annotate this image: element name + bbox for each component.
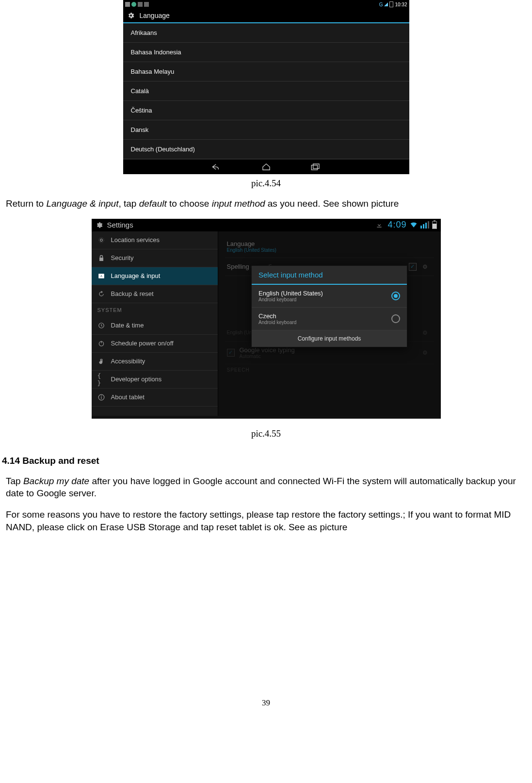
text: to choose: [167, 198, 212, 209]
app-icon: [131, 2, 136, 7]
input-method-dialog: Select input method English (United Stat…: [251, 265, 407, 347]
sys-icon: [144, 2, 149, 7]
sidebar-item-backup-reset[interactable]: Backup & reset: [92, 285, 218, 303]
sidebar-label: Schedule power on/off: [111, 340, 174, 347]
language-option[interactable]: Čeština: [123, 101, 409, 120]
signal-icon: [420, 221, 429, 228]
sidebar-label: About tablet: [111, 393, 145, 401]
nav-bar: [123, 159, 409, 174]
instruction-text: Return to Language & input, tap default …: [6, 197, 532, 210]
radio-selected[interactable]: [391, 292, 400, 300]
battery-icon: [432, 221, 437, 229]
sidebar-category: SYSTEM: [92, 303, 218, 317]
dialog-option[interactable]: Czech Android keyboard: [252, 308, 407, 330]
svg-rect-0: [311, 165, 317, 170]
radio-unselected[interactable]: [391, 314, 400, 323]
status-time: 10:32: [395, 2, 407, 7]
sidebar-label: Developer options: [111, 375, 162, 383]
language-option[interactable]: Català: [123, 82, 409, 101]
screenshot-language-list: G 10:32 Language Afrikaans Bahasa Indone…: [123, 0, 409, 174]
backup-icon: [97, 290, 105, 298]
settings-content: Language English (United States) Spellin…: [218, 231, 441, 416]
sidebar-label: Location services: [111, 236, 160, 244]
sidebar-item-schedule-power[interactable]: Schedule power on/off: [92, 335, 218, 353]
sidebar-label: Accessibility: [111, 358, 145, 365]
figure-caption: pic.4.55: [0, 428, 532, 439]
option-sub: Android keyboard: [258, 297, 391, 302]
text-italic: default: [139, 198, 167, 209]
text-italic: Backup my date: [23, 476, 89, 486]
app-title: Settings: [107, 221, 133, 229]
svg-point-10: [101, 395, 102, 396]
wifi-icon: [410, 222, 418, 228]
sidebar-label: Language & input: [111, 272, 161, 279]
hand-icon: [97, 358, 105, 365]
settings-icon: [96, 221, 103, 229]
text: Tap: [6, 476, 23, 486]
language-option[interactable]: Bahasa Melayu: [123, 62, 409, 82]
signal-icon: [384, 2, 388, 6]
dialog-option[interactable]: English (United States) Android keyboard: [252, 285, 407, 308]
sidebar-label: Date & time: [111, 322, 144, 329]
text-italic: Language & input: [46, 198, 118, 209]
language-icon: A: [97, 272, 105, 280]
sidebar-item-date-time[interactable]: Date & time: [92, 317, 218, 335]
language-option[interactable]: Afrikaans: [123, 23, 409, 43]
info-icon: [97, 393, 105, 401]
language-option[interactable]: Bahasa Indonesia: [123, 43, 409, 62]
section-heading: 4.14 Backup and reset: [2, 456, 532, 466]
screen-header: Language: [123, 9, 409, 23]
text-italic: input method: [212, 198, 265, 209]
svg-rect-4: [99, 258, 103, 261]
braces-icon: { }: [97, 375, 105, 383]
lock-icon: [97, 254, 105, 262]
screenshot-input-method: Settings 4:09 Location services Security…: [92, 219, 441, 419]
msg-icon: [138, 2, 143, 7]
back-button[interactable]: [211, 163, 222, 171]
home-button[interactable]: [261, 163, 272, 171]
configure-input-methods-button[interactable]: Configure input methods: [252, 330, 407, 347]
screen-title: Language: [140, 12, 170, 19]
sidebar-item-about[interactable]: About tablet: [92, 389, 218, 407]
option-sub: Android keyboard: [258, 320, 391, 325]
sidebar-item-location[interactable]: Location services: [92, 231, 218, 249]
location-icon: [97, 236, 105, 244]
svg-rect-1: [313, 164, 319, 169]
text: Return to: [6, 198, 46, 209]
settings-sidebar: Location services Security A Language & …: [92, 231, 218, 416]
sidebar-label: Backup & reset: [111, 290, 154, 297]
language-option[interactable]: Dansk: [123, 120, 409, 140]
network-type: G: [379, 2, 383, 7]
status-bar: G 10:32: [123, 0, 409, 9]
battery-icon: [389, 1, 393, 7]
svg-point-2: [100, 239, 102, 241]
option-label: Czech: [258, 312, 391, 320]
language-option[interactable]: Deutsch (Deutschland): [123, 140, 409, 159]
power-icon: [97, 340, 105, 347]
sidebar-item-developer[interactable]: { } Developer options: [92, 371, 218, 389]
paragraph: For some reasons you have to restore the…: [6, 508, 532, 533]
dialog-title: Select input method: [252, 266, 407, 285]
sidebar-item-language-input[interactable]: A Language & input: [92, 267, 218, 285]
svg-point-3: [98, 237, 104, 243]
paragraph: Tap Backup my date after you have logged…: [6, 475, 532, 500]
sidebar-label: Security: [111, 254, 134, 261]
language-list: Afrikaans Bahasa Indonesia Bahasa Melayu…: [123, 23, 409, 159]
download-icon: [376, 222, 383, 228]
phone-icon: [125, 2, 130, 7]
svg-rect-11: [101, 396, 101, 399]
figure-caption: pic.4.54: [0, 178, 532, 189]
sidebar-item-accessibility[interactable]: Accessibility: [92, 353, 218, 371]
svg-text:A: A: [100, 275, 102, 277]
option-label: English (United States): [258, 290, 391, 297]
text: as you need. See shown picture: [265, 198, 399, 209]
page-number: 39: [0, 698, 532, 708]
status-clock: 4:09: [387, 220, 406, 230]
text: , tap: [118, 198, 139, 209]
sidebar-item-security[interactable]: Security: [92, 249, 218, 267]
status-bar: Settings 4:09: [92, 219, 441, 231]
recent-button[interactable]: [310, 163, 321, 171]
clock-icon: [97, 322, 105, 329]
settings-icon[interactable]: [127, 12, 135, 19]
